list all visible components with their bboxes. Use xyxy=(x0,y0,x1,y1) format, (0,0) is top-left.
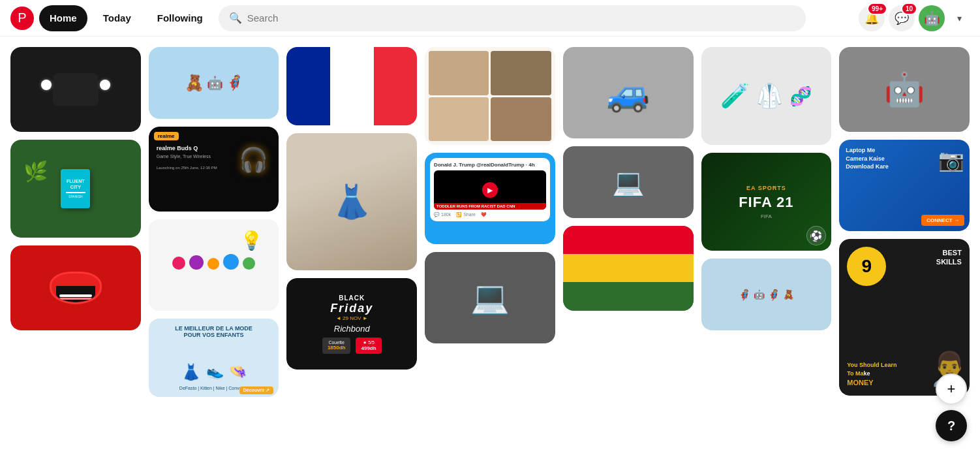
following-button[interactable]: Following xyxy=(147,5,213,31)
list-item[interactable] xyxy=(286,47,417,125)
list-item[interactable]: 9 BESTSKILLS You Should LearnTo MakeMONE… xyxy=(839,239,970,396)
list-item[interactable]: 🧸 🤖 🦸 xyxy=(149,47,279,119)
navbar: P Home Today Following 🔍 🔔 99+ 💬 10 🤖 ▾ xyxy=(0,0,980,37)
search-icon: 🔍 xyxy=(229,12,242,24)
list-item[interactable]: realme realme Buds Q Game Style, True Wi… xyxy=(149,127,279,212)
list-item[interactable]: BLACK Friday ◄ 29 NOV ► Richbond Couette… xyxy=(286,278,417,370)
today-button[interactable]: Today xyxy=(93,5,142,31)
list-item[interactable]: FLUENTCITY SPANISH 🌿 xyxy=(10,140,141,238)
notifications-button[interactable]: 🔔 99+ xyxy=(859,5,885,31)
list-item[interactable] xyxy=(425,47,555,145)
home-button[interactable]: Home xyxy=(39,5,87,31)
list-item[interactable]: 🦸🤖🦸‍♀️🧸 xyxy=(701,259,832,330)
notifications-badge: 99+ xyxy=(867,3,887,15)
avatar-button[interactable]: 🤖 xyxy=(919,5,945,31)
dropdown-chevron-button[interactable]: ▾ xyxy=(949,8,970,29)
pinterest-logo[interactable]: P xyxy=(10,7,34,30)
list-item[interactable]: 👗 xyxy=(286,133,417,270)
list-item[interactable]: 💻 xyxy=(563,146,694,218)
list-item[interactable] xyxy=(10,47,141,132)
list-item[interactable]: EA SPORTS FIFA 21 FIFA ⚽ xyxy=(701,153,832,251)
nav-actions: 🔔 99+ 💬 10 🤖 ▾ xyxy=(859,5,970,31)
list-item[interactable]: 💻 xyxy=(425,252,555,343)
messages-badge: 10 xyxy=(901,3,917,15)
list-item[interactable] xyxy=(10,245,141,330)
pin-feed: FLUENTCITY SPANISH 🌿 🧸 🤖 🦸 xyxy=(0,37,980,407)
list-item[interactable]: 🚙 xyxy=(563,47,694,138)
list-item[interactable] xyxy=(563,226,694,311)
list-item[interactable]: LE MEILLEUR DE LA MODEPOUR VOS ENFANTS D… xyxy=(149,319,279,397)
list-item[interactable]: Laptop Me Camera Kaise Download Kare CON… xyxy=(839,140,970,231)
search-bar[interactable]: 🔍 xyxy=(219,5,806,31)
search-input[interactable] xyxy=(247,12,795,24)
list-item[interactable]: Donald J. Trump @realDonaldTrump · 4h ▶ … xyxy=(425,153,555,244)
list-item[interactable]: 🧪 🥼 🧬 xyxy=(701,47,832,145)
messages-button[interactable]: 💬 10 xyxy=(889,5,915,31)
list-item[interactable]: 🤖 xyxy=(839,47,970,132)
add-button[interactable]: + xyxy=(936,373,967,405)
list-item[interactable]: 💡 xyxy=(149,219,279,311)
